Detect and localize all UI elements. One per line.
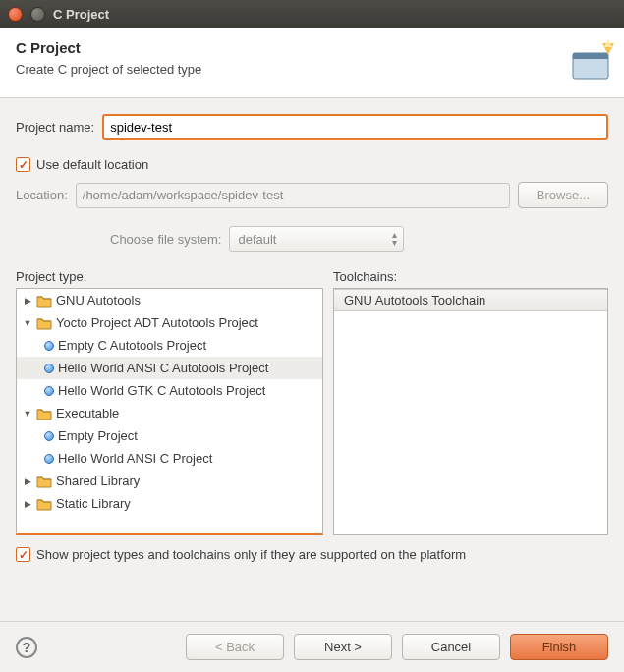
tree-item[interactable]: Hello World ANSI C Autotools Project [17, 357, 322, 379]
use-default-location-label: Use default location [36, 157, 148, 172]
wizard-button-bar: ? < Back Next > Cancel Finish [0, 621, 624, 672]
tree-item-label: GNU Autotools [56, 293, 141, 308]
chevron-updown-icon: ▴▾ [392, 231, 397, 247]
next-button[interactable]: Next > [294, 634, 392, 660]
project-type-label: Project type: [16, 269, 323, 284]
folder-icon [36, 497, 52, 511]
project-type-column: Project type: ▶GNU Autotools▼Yocto Proje… [16, 269, 323, 535]
titlebar: C Project [0, 0, 624, 28]
project-type-tree[interactable]: ▶GNU Autotools▼Yocto Project ADT Autotoo… [16, 288, 323, 535]
tree-folder[interactable]: ▼Yocto Project ADT Autotools Project [17, 311, 322, 334]
project-name-label: Project name: [16, 120, 94, 135]
folder-icon [36, 316, 52, 330]
filesystem-row: Choose file system: default ▴▾ [110, 226, 608, 252]
template-item-icon [44, 341, 54, 351]
finish-button[interactable]: Finish [510, 634, 608, 660]
tree-item-label: Hello World ANSI C Project [58, 451, 212, 466]
toolchain-label: GNU Autotools Toolchain [344, 293, 485, 308]
svg-rect-1 [573, 53, 608, 59]
wizard-content: Project name: Use default location Locat… [0, 98, 624, 562]
toolchains-label: Toolchains: [333, 269, 608, 284]
back-button: < Back [186, 634, 284, 660]
toolchains-column: Toolchains: GNU Autotools Toolchain [333, 269, 608, 535]
filesystem-value: default [238, 232, 276, 247]
lists-area: Project type: ▶GNU Autotools▼Yocto Proje… [16, 269, 608, 535]
supported-only-row: Show project types and toolchains only i… [16, 547, 608, 562]
window-minimize-button[interactable] [30, 7, 45, 22]
toolchain-item[interactable]: GNU Autotools Toolchain [334, 289, 607, 311]
tree-item-label: Hello World ANSI C Autotools Project [58, 361, 268, 375]
toolchains-list[interactable]: GNU Autotools Toolchain [333, 288, 608, 535]
template-item-icon [44, 431, 54, 441]
tree-item-label: Static Library [56, 496, 131, 511]
window-title: C Project [53, 7, 109, 22]
chevron-down-icon[interactable]: ▼ [23, 409, 32, 419]
use-default-location-row: Use default location [16, 157, 608, 172]
cancel-button[interactable]: Cancel [402, 634, 500, 660]
tree-item[interactable]: Hello World ANSI C Project [17, 447, 322, 470]
tree-item-label: Executable [56, 406, 119, 420]
location-row: Location: Browse... [16, 182, 608, 208]
template-item-icon [44, 364, 54, 373]
chevron-down-icon[interactable]: ▼ [23, 318, 32, 328]
tree-item-label: Empty C Autotools Project [58, 338, 206, 353]
help-button[interactable]: ? [16, 637, 37, 658]
supported-only-label: Show project types and toolchains only i… [36, 547, 466, 562]
page-subtitle: Create C project of selected type [16, 62, 608, 77]
browse-button: Browse... [518, 182, 608, 208]
template-item-icon [44, 386, 54, 396]
folder-icon [36, 407, 52, 420]
tree-folder[interactable]: ▶Shared Library [17, 470, 322, 492]
tree-item-label: Empty Project [58, 428, 138, 443]
chevron-right-icon[interactable]: ▶ [23, 499, 32, 509]
use-default-location-checkbox[interactable] [16, 157, 30, 172]
tree-item[interactable]: Empty C Autotools Project [17, 334, 322, 357]
tree-item-label: Yocto Project ADT Autotools Project [56, 315, 258, 330]
location-label: Location: [16, 188, 68, 202]
project-name-row: Project name: [16, 114, 608, 140]
location-input [76, 183, 510, 208]
template-item-icon [44, 454, 54, 464]
tree-folder[interactable]: ▶GNU Autotools [17, 289, 322, 311]
page-title: C Project [16, 39, 608, 56]
folder-icon [36, 475, 52, 488]
chevron-right-icon[interactable]: ▶ [23, 296, 32, 306]
supported-only-checkbox[interactable] [16, 547, 30, 562]
chevron-right-icon[interactable]: ▶ [23, 476, 32, 486]
folder-icon [36, 294, 52, 308]
new-c-project-icon [569, 39, 616, 86]
window-close-button[interactable] [8, 7, 23, 22]
filesystem-select: default ▴▾ [229, 226, 404, 252]
wizard-banner: C Project Create C project of selected t… [0, 28, 624, 98]
project-name-input[interactable] [102, 114, 608, 140]
tree-folder[interactable]: ▼Executable [17, 402, 322, 424]
tree-item-label: Hello World GTK C Autotools Project [58, 383, 265, 398]
filesystem-label: Choose file system: [110, 232, 221, 247]
tree-item-label: Shared Library [56, 474, 140, 488]
tree-item[interactable]: Hello World GTK C Autotools Project [17, 379, 322, 402]
tree-item[interactable]: Empty Project [17, 424, 322, 447]
tree-folder[interactable]: ▶Static Library [17, 492, 322, 515]
